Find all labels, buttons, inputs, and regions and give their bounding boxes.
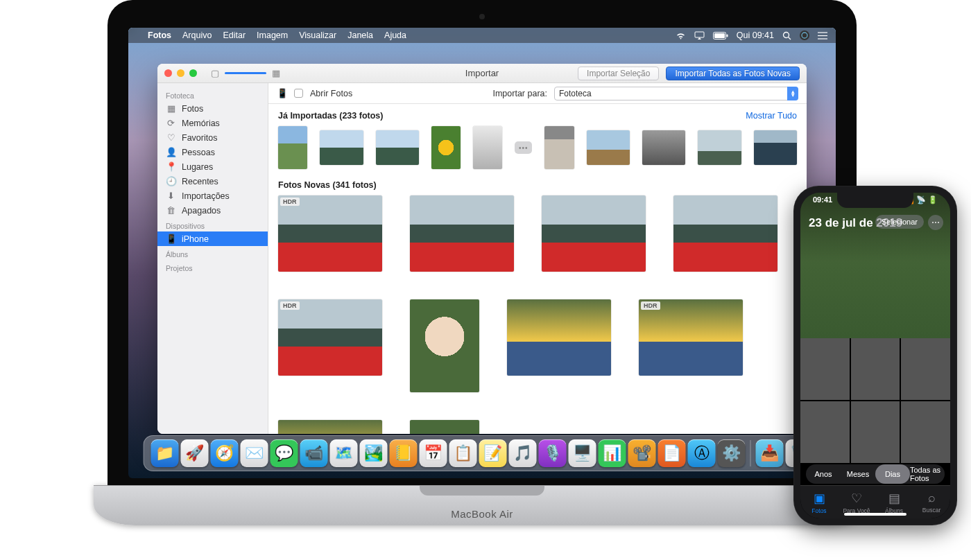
thumbnail[interactable]	[410, 299, 479, 392]
menu-help[interactable]: Ajuda	[384, 30, 406, 40]
thumbnail[interactable]	[673, 195, 777, 272]
sidebar-item-recents[interactable]: 🕘Recentes	[157, 174, 268, 189]
thumbnail[interactable]	[587, 130, 630, 165]
notification-center-icon[interactable]	[818, 32, 827, 40]
sidebar-item-places[interactable]: 📍Lugares	[157, 159, 268, 174]
iphone-thumbnail[interactable]	[851, 338, 900, 400]
import-selection-button[interactable]: Importar Seleção	[578, 67, 659, 80]
sidebar-item-photos[interactable]: ▦Fotos	[157, 101, 268, 116]
dock-launchpad-icon[interactable]: 🚀	[181, 439, 209, 467]
dock-pages-icon[interactable]: 📄	[658, 439, 686, 467]
dock-numbers-icon[interactable]: 📊	[599, 439, 626, 467]
seg-years[interactable]: Anos	[806, 464, 841, 484]
show-all-link[interactable]: Mostrar Tudo	[746, 111, 797, 121]
dock-photos-icon[interactable]: 🏞️	[360, 439, 388, 467]
iphone-thumbnail[interactable]	[800, 338, 850, 400]
iphone-thumbnail[interactable]	[851, 401, 900, 463]
thumbnail[interactable]	[410, 420, 479, 434]
sidebar-item-memories[interactable]: ⟳Memórias	[157, 116, 268, 130]
sidebar-item-favorites[interactable]: ♡Favoritos	[157, 130, 268, 145]
open-photos-checkbox[interactable]	[294, 89, 303, 98]
menu-window[interactable]: Janela	[347, 30, 373, 40]
thumbnail[interactable]	[542, 195, 646, 272]
new-photos-header: Fotos Novas (341 fotos)	[278, 180, 377, 190]
menu-image[interactable]: Imagem	[257, 30, 288, 40]
spotlight-icon[interactable]	[782, 31, 791, 40]
thumbnail[interactable]	[473, 126, 502, 169]
thumbnail[interactable]	[278, 126, 307, 169]
close-button[interactable]	[164, 69, 172, 77]
iphone-thumbnail[interactable]	[901, 401, 950, 463]
device-icon: 📱	[277, 88, 287, 98]
seg-days[interactable]: Dias	[875, 464, 910, 484]
dock-calendar-icon[interactable]: 📅	[420, 439, 447, 467]
sidebar-item-imports[interactable]: ⬇Importações	[157, 189, 268, 203]
dock-contacts-icon[interactable]: 📒	[390, 439, 418, 467]
dock-appstore-icon[interactable]: Ⓐ	[688, 439, 716, 467]
more-thumbnails-indicator[interactable]: •••	[515, 141, 532, 154]
iphone-more-button[interactable]: ⋯	[928, 215, 943, 230]
app-menu[interactable]: Fotos	[148, 30, 171, 40]
dock-settings-icon[interactable]: ⚙️	[718, 439, 746, 467]
minimize-button[interactable]	[177, 69, 184, 77]
dock-messages-icon[interactable]: 💬	[270, 439, 298, 467]
menubar-clock[interactable]: Qui 09:41	[737, 30, 774, 40]
menu-view[interactable]: Visualizar	[299, 30, 336, 40]
dock-notes-icon[interactable]: 📝	[479, 439, 507, 467]
seg-all-photos[interactable]: Todas as Fotos	[910, 464, 945, 484]
sidebar-toggle-icon[interactable]: ▢	[211, 68, 219, 78]
thumbnail[interactable]	[642, 130, 685, 165]
thumbnail[interactable]	[431, 126, 461, 169]
wifi-icon[interactable]	[676, 32, 686, 40]
import-destination-select[interactable]: Fototeca ▴▾	[554, 87, 798, 100]
select-chevrons-icon: ▴▾	[787, 87, 798, 100]
grid-icon[interactable]: ▦	[272, 68, 280, 78]
memories-icon: ⟳	[166, 118, 176, 128]
iphone-select-button[interactable]: Selecionar	[875, 215, 924, 229]
thumbnail[interactable]	[507, 299, 611, 392]
thumbnail[interactable]	[278, 420, 382, 434]
sidebar-section-projects[interactable]: Projetos	[157, 260, 268, 274]
thumbnail[interactable]	[754, 130, 797, 165]
iphone-view-segmented-control[interactable]: Anos Meses Dias Todas as Fotos	[806, 464, 945, 484]
dock-keynote-icon[interactable]: 📽️	[628, 439, 656, 467]
macbook-base: MacBook Air	[94, 485, 870, 525]
import-all-new-button[interactable]: Importar Todas as Fotos Novas	[666, 67, 800, 80]
sidebar-section-albums[interactable]: Álbuns	[157, 246, 268, 260]
menu-edit[interactable]: Editar	[223, 30, 246, 40]
seg-months[interactable]: Meses	[841, 464, 875, 484]
thumbnail[interactable]	[410, 195, 514, 272]
dock-facetime-icon[interactable]: 📹	[300, 439, 328, 467]
dock-tv-icon[interactable]: 🖥️	[569, 439, 596, 467]
zoom-button[interactable]	[189, 69, 197, 77]
sidebar-item-trash[interactable]: 🗑Apagados	[157, 203, 268, 218]
thumbnail-zoom-slider[interactable]	[225, 72, 266, 74]
thumbnail[interactable]	[544, 126, 574, 169]
dock-downloads-icon[interactable]: 📥	[756, 439, 784, 467]
dock-music-icon[interactable]: 🎵	[509, 439, 537, 467]
dock-finder-icon[interactable]: 📁	[151, 439, 179, 467]
tab-photos[interactable]: ▣Fotos	[800, 486, 838, 518]
thumbnail[interactable]: HDR	[639, 299, 743, 392]
iphone-hero-photo[interactable]	[800, 193, 950, 338]
home-indicator[interactable]	[844, 513, 906, 516]
dock-podcasts-icon[interactable]: 🎙️	[539, 439, 567, 467]
thumbnail[interactable]	[376, 130, 419, 165]
thumbnail[interactable]	[320, 130, 363, 165]
thumbnail[interactable]	[698, 130, 741, 165]
menu-file[interactable]: Arquivo	[182, 30, 212, 40]
battery-icon[interactable]	[713, 32, 728, 40]
dock-reminders-icon[interactable]: 📋	[449, 439, 477, 467]
airplay-icon[interactable]	[694, 31, 705, 40]
dock-maps-icon[interactable]: 🗺️	[330, 439, 358, 467]
siri-icon[interactable]	[800, 30, 809, 40]
sidebar-item-people[interactable]: 👤Pessoas	[157, 145, 268, 159]
iphone-thumbnail[interactable]	[901, 338, 950, 400]
thumbnail[interactable]: HDR	[278, 299, 382, 392]
tab-search[interactable]: ⌕Buscar	[913, 486, 950, 518]
thumbnail[interactable]: HDR	[278, 195, 382, 272]
sidebar-item-iphone[interactable]: 📱iPhone	[157, 231, 268, 246]
iphone-thumbnail[interactable]	[800, 401, 850, 463]
dock-safari-icon[interactable]: 🧭	[211, 439, 239, 467]
dock-mail-icon[interactable]: ✉️	[241, 439, 268, 467]
